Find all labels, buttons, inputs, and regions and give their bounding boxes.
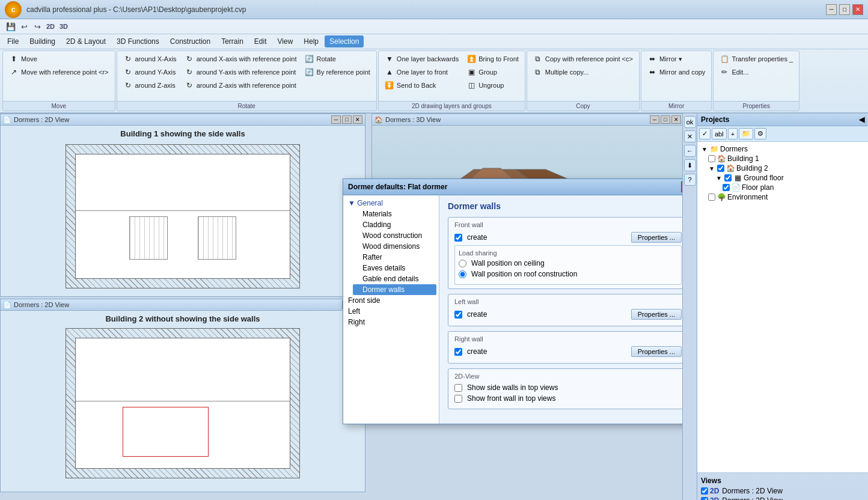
tree-cladding[interactable]: Cladding <box>353 219 436 230</box>
side-btn-3[interactable]: ← <box>684 145 696 157</box>
dormers-folder-icon: 📁 <box>710 145 718 153</box>
dormers-expand-icon[interactable]: ▼ <box>701 145 708 153</box>
left-wall-properties-button[interactable]: Properties ... <box>631 309 682 320</box>
right-wall-create-checkbox[interactable] <box>454 348 462 356</box>
menu-edit[interactable]: Edit <box>249 35 272 47</box>
rotate-ref-button[interactable]: 🔄 By reference point <box>301 66 374 79</box>
ungroup-button[interactable]: ◫ Ungroup <box>463 79 522 92</box>
front-wall-properties-button[interactable]: Properties ... <box>631 232 682 243</box>
wall-pos-ceiling-radio[interactable] <box>459 260 466 267</box>
transfer-properties-button[interactable]: 📋 Transfer properties _ <box>716 52 796 66</box>
project-panel-header: Projects ◀ <box>697 114 868 126</box>
tree-dormer-walls[interactable]: Dormer walls <box>353 284 436 295</box>
2d-mode-button[interactable]: 2D <box>44 20 57 32</box>
building1-checkbox[interactable] <box>708 155 715 162</box>
rotate-y-ref-button[interactable]: ↻ around Y-axis with reference point <box>181 66 301 79</box>
dormer-walls-title: Dormer walls <box>448 201 682 211</box>
project-add-button[interactable]: + <box>728 128 738 139</box>
dialog-titlebar: Dormer defaults: Flat dormer ✕ <box>343 179 682 195</box>
show-side-walls-checkbox[interactable] <box>454 384 462 392</box>
front-wall-create-checkbox[interactable] <box>454 234 462 242</box>
tree-dormers[interactable]: ▼ 📁 Dormers <box>700 144 866 154</box>
tree-left[interactable]: Left <box>346 306 436 317</box>
right-wall-properties-button[interactable]: Properties ... <box>631 346 682 357</box>
rotate-x-ref-button[interactable]: ↻ around X-axis with reference point <box>181 52 301 66</box>
mirror-button[interactable]: ⬌ Mirror ▾ <box>644 52 709 66</box>
wall-pos-ceiling-label: Wall position on ceiling <box>471 259 545 267</box>
tree-building1[interactable]: 🏠 Building 1 <box>707 154 866 163</box>
tree-building2[interactable]: ▼ 🏠 Building 2 <box>707 163 866 173</box>
mirror-copy-button[interactable]: ⬌ Mirror and copy <box>644 66 709 79</box>
minimize-button[interactable]: ─ <box>826 4 837 15</box>
group-button[interactable]: ▣ Group <box>463 66 522 79</box>
3d-mode-button[interactable]: 3D <box>58 20 70 32</box>
multiple-copy-button[interactable]: ⧉ Multiple copy... <box>530 66 637 79</box>
one-layer-backwards-button[interactable]: ▼ One layer backwards <box>381 52 462 66</box>
menu-view[interactable]: View <box>273 35 298 47</box>
project-check-button[interactable]: ✓ <box>699 128 711 139</box>
side-btn-1[interactable]: ok <box>684 116 696 128</box>
project-abl-button[interactable]: abl <box>712 128 727 139</box>
view-2d-2-checkbox[interactable] <box>701 497 708 500</box>
show-front-wall-checkbox[interactable] <box>454 395 462 403</box>
rotate-y-button[interactable]: ↻ around Y-Axis <box>120 66 180 79</box>
view-2d-2[interactable]: 2D Dormers : 2D View <box>700 496 866 500</box>
project-folder-button[interactable]: 📁 <box>739 128 753 139</box>
edit-button[interactable]: ✏ Edit... <box>716 66 796 79</box>
menu-3d-functions[interactable]: 3D Functions <box>112 35 164 47</box>
tree-materials[interactable]: Materials <box>353 209 436 219</box>
send-to-back-button[interactable]: ⏬ Send to Back <box>381 79 462 92</box>
undo-button[interactable]: ↩ <box>18 20 30 32</box>
ground-floor-expand-icon[interactable]: ▼ <box>715 174 723 181</box>
front-wall-create-label: create <box>467 233 487 242</box>
copy-ref-button[interactable]: ⧉ Copy with reference point <c> <box>530 52 637 66</box>
tree-gable-end-details[interactable]: Gable end details <box>353 273 436 284</box>
move-button[interactable]: ⬆ Move <box>5 52 112 66</box>
tree-rafter[interactable]: Rafter <box>353 252 436 263</box>
wall-pos-roof-radio[interactable] <box>459 270 466 278</box>
floor-plan-checkbox[interactable] <box>723 184 730 191</box>
title-bar-controls[interactable]: ─ □ ✕ <box>826 4 863 15</box>
close-button[interactable]: ✕ <box>852 4 863 15</box>
ground-floor-checkbox[interactable] <box>724 174 732 181</box>
menu-construction[interactable]: Construction <box>165 35 215 47</box>
menu-2d-layout[interactable]: 2D & Layout <box>61 35 111 47</box>
tree-right[interactable]: Right <box>346 317 436 328</box>
bring-to-front-button[interactable]: ⏫ Bring to Front <box>463 52 522 66</box>
building2-expand-icon[interactable]: ▼ <box>708 165 715 172</box>
move-reference-button[interactable]: ↗ Move with reference point <r> <box>5 66 112 79</box>
menu-terrain[interactable]: Terrain <box>216 35 248 47</box>
rotate-z-button[interactable]: ↻ around Z-axis <box>120 79 180 92</box>
rotate-x-button[interactable]: ↻ around X-Axis <box>120 52 180 66</box>
tree-ground-floor[interactable]: ▼ ▦ Ground floor <box>714 173 866 183</box>
tree-floor-plan[interactable]: 📄 Floor plan <box>721 183 866 192</box>
redo-button[interactable]: ↪ <box>31 20 43 32</box>
building2-checkbox[interactable] <box>717 165 724 172</box>
tree-eaves-details[interactable]: Eaves details <box>353 263 436 273</box>
one-layer-front-button[interactable]: ▲ One layer to front <box>381 66 462 79</box>
rotate-x-ref-icon: ↻ <box>185 54 194 64</box>
view-2d-1-checkbox[interactable] <box>701 487 708 495</box>
tree-front-side[interactable]: Front side <box>346 295 436 306</box>
side-btn-2[interactable]: ✕ <box>684 130 696 142</box>
rotate-button[interactable]: 🔄 Rotate <box>301 52 374 66</box>
side-btn-5[interactable]: ? <box>684 174 696 186</box>
environment-checkbox[interactable] <box>708 194 715 201</box>
menu-building[interactable]: Building <box>25 35 60 47</box>
tree-wood-construction[interactable]: Wood construction <box>353 230 436 241</box>
menu-help[interactable]: Help <box>299 35 323 47</box>
rotate-z-ref-button[interactable]: ↻ around Z-axis with reference point <box>181 79 301 92</box>
left-wall-create-checkbox[interactable] <box>454 311 462 319</box>
save-button[interactable]: 💾 <box>5 20 17 32</box>
tree-environment[interactable]: 🌳 Environment <box>707 192 866 202</box>
side-btn-4[interactable]: ⬇ <box>684 159 696 171</box>
tree-wood-dimensions[interactable]: Wood dimensions <box>353 241 436 252</box>
menu-file[interactable]: File <box>2 35 23 47</box>
dialog-body: ▼ General Materials Cladding Wood constr… <box>343 195 682 424</box>
maximize-button[interactable]: □ <box>839 4 850 15</box>
menu-selection[interactable]: Selection <box>325 35 364 47</box>
tree-general[interactable]: ▼ General <box>346 198 436 209</box>
view-2d-1[interactable]: 2D Dormers : 2D View <box>700 486 866 496</box>
dialog-close-button[interactable]: ✕ <box>681 181 682 192</box>
project-settings-button[interactable]: ⚙ <box>754 128 766 139</box>
